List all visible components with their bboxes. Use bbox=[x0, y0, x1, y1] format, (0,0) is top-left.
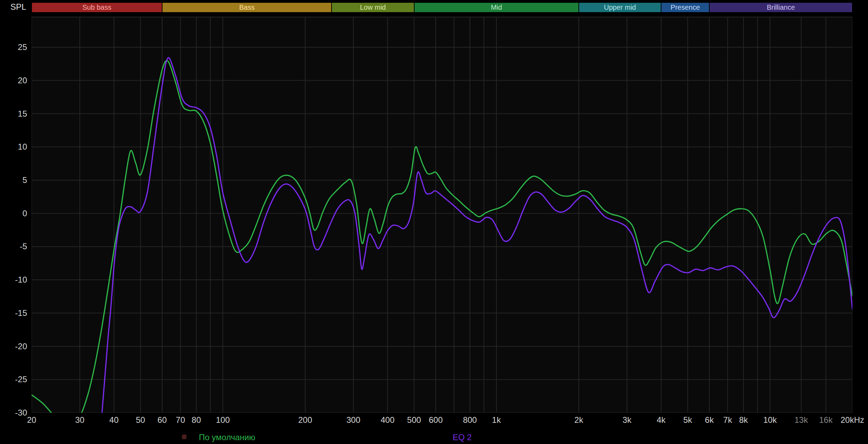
x-tick-10k: 10k bbox=[763, 415, 777, 425]
band-sub-bass: Sub bass bbox=[32, 3, 162, 12]
y-tick--25: -25 bbox=[0, 375, 27, 384]
plot-area bbox=[32, 17, 852, 413]
y-tick-0: 0 bbox=[0, 209, 27, 218]
x-tick-1k: 1k bbox=[492, 415, 501, 425]
x-tick-200: 200 bbox=[298, 415, 312, 425]
x-tick-20: 20 bbox=[27, 415, 36, 425]
band-bass: Bass bbox=[162, 3, 331, 12]
legend-item-eq2[interactable]: EQ 2 bbox=[453, 433, 472, 442]
x-tick-16k: 16k bbox=[819, 415, 833, 425]
x-tick-4k: 4k bbox=[657, 415, 666, 425]
frequency-bands-bar: Sub bassBassLow midMidUpper midPresenceB… bbox=[32, 3, 852, 12]
x-tick-2k: 2k bbox=[574, 415, 583, 425]
x-tick-500: 500 bbox=[407, 415, 421, 425]
x-tick-70: 70 bbox=[176, 415, 185, 425]
y-tick--5: -5 bbox=[0, 242, 27, 251]
x-tick-50: 50 bbox=[136, 415, 145, 425]
x-tick-7k: 7k bbox=[723, 415, 732, 425]
band-brilliance: Brilliance bbox=[710, 3, 852, 12]
x-tick-100: 100 bbox=[216, 415, 230, 425]
y-tick-10: 10 bbox=[0, 142, 27, 152]
x-tick-8k: 8k bbox=[739, 415, 748, 425]
x-tick-80: 80 bbox=[192, 415, 201, 425]
x-tick-3k: 3k bbox=[623, 415, 631, 425]
x-tick-5k: 5k bbox=[683, 415, 692, 425]
x-tick-13k: 13k bbox=[794, 415, 808, 425]
band-low-mid: Low mid bbox=[332, 3, 414, 12]
y-axis-title: SPL bbox=[10, 2, 26, 12]
y-tick--20: -20 bbox=[0, 342, 27, 351]
frequency-response-chart: SPL Sub bassBassLow midMidUpper midPrese… bbox=[0, 0, 868, 444]
legend-marker bbox=[182, 435, 186, 439]
band-upper-mid: Upper mid bbox=[579, 3, 661, 12]
x-tick-300: 300 bbox=[347, 415, 360, 425]
x-tick-60: 60 bbox=[158, 415, 167, 425]
x-tick-800: 800 bbox=[463, 415, 477, 425]
x-tick-40: 40 bbox=[109, 415, 119, 425]
x-tick-30: 30 bbox=[75, 415, 84, 425]
plot-svg bbox=[32, 17, 852, 413]
gridlines bbox=[32, 17, 852, 413]
x-tick-20kHz: 20kHz bbox=[841, 415, 864, 425]
curve-eq2 bbox=[101, 58, 852, 413]
y-tick--15: -15 bbox=[0, 308, 27, 318]
y-tick-5: 5 bbox=[0, 175, 27, 185]
y-tick-20: 20 bbox=[0, 76, 27, 85]
band-presence: Presence bbox=[661, 3, 709, 12]
x-tick-6k: 6k bbox=[705, 415, 713, 425]
y-tick-15: 15 bbox=[0, 109, 27, 119]
x-tick-400: 400 bbox=[381, 415, 394, 425]
y-tick--10: -10 bbox=[0, 275, 27, 285]
x-tick-600: 600 bbox=[429, 415, 443, 425]
y-tick--30: -30 bbox=[0, 408, 27, 418]
y-tick-25: 25 bbox=[0, 42, 27, 52]
legend-item-default[interactable]: По умолчанию bbox=[199, 433, 255, 442]
band-mid: Mid bbox=[415, 3, 578, 12]
